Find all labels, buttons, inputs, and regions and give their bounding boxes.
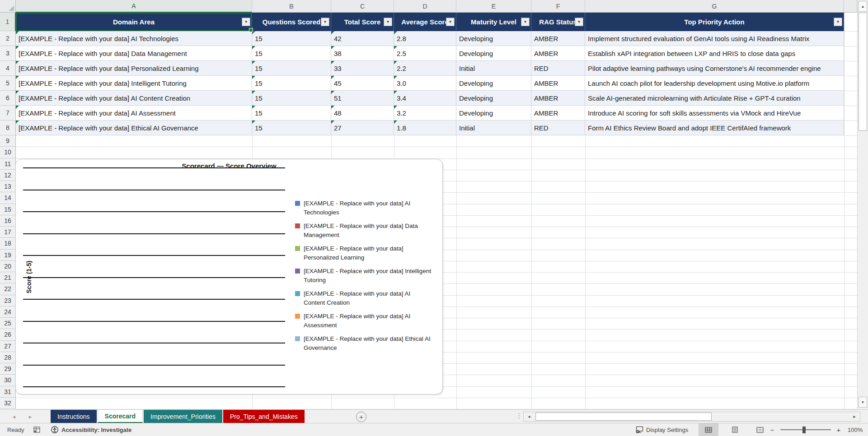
table-cell[interactable]: Launch AI coach pilot for leadership dev… [585, 76, 844, 91]
row-header-14[interactable]: 14 [0, 192, 16, 204]
table-cell[interactable]: Establish xAPI integration between LXP a… [585, 46, 844, 61]
row-header-9[interactable]: 9 [0, 135, 16, 147]
tab-scroll-left-button[interactable]: ◄ [8, 410, 20, 423]
row-header-18[interactable]: 18 [0, 238, 16, 249]
row-header-16[interactable]: 16 [0, 215, 16, 227]
column-header-F[interactable]: F [531, 0, 585, 13]
tab-scroll-right-button[interactable]: ► [24, 410, 36, 423]
macro-record-button[interactable] [33, 423, 41, 436]
column-header-E[interactable]: E [456, 0, 531, 13]
table-cell[interactable]: AMBER [531, 106, 585, 121]
table-cell[interactable]: Initial [456, 121, 531, 135]
tabbar-grip-icon[interactable]: ⋮ [516, 412, 522, 420]
table-cell[interactable]: Developing [456, 106, 531, 121]
row-header-6[interactable]: 6 [0, 91, 16, 106]
zoom-slider-track[interactable] [780, 429, 831, 430]
vertical-scrollbar-thumb[interactable] [859, 13, 867, 131]
table-cell[interactable]: 3.4 [394, 91, 456, 106]
row-header-11[interactable]: 11 [0, 158, 16, 170]
table-cell[interactable]: Pilot adaptive learning pathways using C… [585, 61, 844, 76]
row-header-31[interactable]: 31 [0, 386, 16, 398]
row-header-2[interactable]: 2 [0, 31, 16, 46]
row-header-22[interactable]: 22 [0, 283, 16, 295]
row-header-5[interactable]: 5 [0, 76, 16, 91]
zoom-slider-handle[interactable] [802, 427, 806, 433]
row-header-23[interactable]: 23 [0, 295, 16, 306]
filter-button[interactable]: ▼ [242, 18, 250, 26]
row-header-29[interactable]: 29 [0, 363, 16, 375]
table-cell[interactable]: Initial [456, 61, 531, 76]
table-cell[interactable]: Implement structured evaluation of GenAI… [585, 31, 844, 46]
sheet-tab-scorecard[interactable]: Scorecard [98, 410, 143, 423]
sheet-tab-improvement_priorities[interactable]: Improvement_Priorities [144, 410, 222, 423]
table-cell[interactable]: RED [531, 121, 585, 135]
table-cell[interactable]: 2.8 [394, 31, 456, 46]
table-cell[interactable]: 15 [252, 46, 331, 61]
table-cell[interactable]: AMBER [531, 76, 585, 91]
table-cell[interactable]: Developing [456, 46, 531, 61]
table-cell[interactable]: 15 [252, 31, 331, 46]
view-normal-button[interactable] [699, 423, 718, 436]
table-cell[interactable]: 15 [252, 76, 331, 91]
row-header-27[interactable]: 27 [0, 341, 16, 352]
view-page-layout-button[interactable] [725, 423, 745, 436]
scroll-left-button[interactable]: ◄ [524, 412, 535, 421]
table-cell[interactable]: 15 [252, 106, 331, 121]
row-header-32[interactable]: 32 [0, 398, 16, 409]
table-header-cell[interactable]: RAG Status▼ [531, 13, 585, 31]
row-header-10[interactable]: 10 [0, 147, 16, 158]
table-cell[interactable]: 3.0 [394, 76, 456, 91]
zoom-in-button[interactable]: + [834, 423, 844, 436]
row-header-13[interactable]: 13 [0, 181, 16, 192]
column-header-B[interactable]: B [252, 0, 331, 13]
row-header-1[interactable]: 1 [0, 13, 16, 31]
horizontal-scrollbar-thumb[interactable] [535, 413, 712, 421]
table-cell[interactable]: 27 [331, 121, 394, 135]
column-header-G[interactable]: G [585, 0, 844, 13]
filter-button[interactable]: ▼ [834, 18, 842, 26]
table-cell[interactable]: AMBER [531, 31, 585, 46]
row-header-21[interactable]: 21 [0, 272, 16, 283]
table-cell[interactable]: Developing [456, 91, 531, 106]
horizontal-scrollbar[interactable]: ◄ ► [523, 412, 860, 422]
table-cell[interactable]: Developing [456, 31, 531, 46]
accessibility-checker-button[interactable]: Accessibility: Investigate [51, 423, 131, 436]
table-cell[interactable]: Developing [456, 76, 531, 91]
table-cell[interactable]: [EXAMPLE - Replace with your data] Data … [16, 46, 252, 61]
row-header-15[interactable]: 15 [0, 204, 16, 215]
table-cell[interactable]: [EXAMPLE - Replace with your data] Perso… [16, 61, 252, 76]
column-header-A[interactable]: A [16, 0, 252, 13]
filter-button[interactable]: ▼ [521, 18, 530, 26]
row-header-30[interactable]: 30 [0, 375, 16, 386]
table-cell[interactable]: 1.8 [394, 121, 456, 135]
table-cell[interactable]: 15 [252, 61, 331, 76]
table-cell[interactable]: 2.5 [394, 46, 456, 61]
filter-button[interactable]: ▼ [575, 18, 583, 26]
scroll-down-button[interactable]: ▼ [859, 397, 867, 408]
table-cell[interactable]: [EXAMPLE - Replace with your data] AI Co… [16, 91, 252, 106]
filter-button[interactable]: ▼ [384, 18, 392, 26]
table-cell[interactable]: Form AI Ethics Review Board and adopt IE… [585, 121, 844, 135]
table-cell[interactable]: 2.2 [394, 61, 456, 76]
table-cell[interactable]: Introduce AI scoring for soft skills ass… [585, 106, 844, 121]
table-cell[interactable]: 51 [331, 91, 394, 106]
table-cell[interactable]: 48 [331, 106, 394, 121]
row-header-4[interactable]: 4 [0, 61, 16, 76]
column-header-C[interactable]: C [331, 0, 394, 13]
table-header-cell[interactable]: Average Score▼ [394, 13, 456, 31]
table-cell[interactable]: AMBER [531, 46, 585, 61]
row-header-7[interactable]: 7 [0, 106, 16, 121]
add-sheet-button[interactable]: + [356, 412, 366, 422]
table-cell[interactable]: Scale AI-generated microlearning with Ar… [585, 91, 844, 106]
sheet-tab-instructions[interactable]: Instructions [51, 410, 97, 423]
table-cell[interactable]: AMBER [531, 91, 585, 106]
table-header-cell[interactable]: Top Priority Action▼ [585, 13, 844, 31]
filter-button[interactable]: ▼ [446, 18, 455, 26]
row-header-20[interactable]: 20 [0, 261, 16, 272]
table-cell[interactable]: 15 [252, 91, 331, 106]
table-header-cell[interactable]: Maturity Level▼ [456, 13, 531, 31]
table-cell[interactable]: 38 [331, 46, 394, 61]
row-header-28[interactable]: 28 [0, 352, 16, 363]
row-header-3[interactable]: 3 [0, 46, 16, 61]
scroll-up-button[interactable]: ▲ [859, 1, 867, 12]
